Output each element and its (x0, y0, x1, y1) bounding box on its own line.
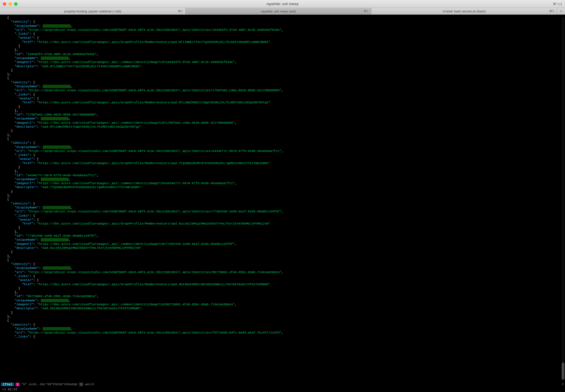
bottom-bar: ri 02:33 (0, 387, 565, 392)
scroll-thumb[interactable] (562, 363, 564, 380)
scroll-track (562, 17, 564, 381)
window-index-1[interactable]: 1 (16, 383, 20, 386)
terminal-content[interactable]: { "identity": { "displayName": xxxxxxxxx… (0, 15, 565, 382)
tab-shortcut: ⌘1 (178, 9, 183, 13)
tab-cf-shell[interactable]: cf-shell: bash secrets.sh (bash) ⌘3 (371, 8, 557, 14)
add-tab-button[interactable]: + (557, 8, 565, 14)
window-title: raywhite: ssh mewy (267, 2, 298, 6)
traffic-lights (3, 2, 18, 6)
window-shortcut: ⌘⌥1 (553, 2, 562, 6)
tab-shortcut: ⌘3 (549, 9, 554, 13)
titlebar[interactable]: raywhite: ssh mewy ⌘⌥1 (0, 0, 565, 8)
tab-property-hunting[interactable]: property-hunting: jupyter notebook (~zsh… (0, 8, 186, 14)
minimize-icon[interactable] (8, 2, 12, 6)
status-right: F (562, 383, 564, 386)
status-left: [ftw] 1 "H" ac66_-66c"6R"P66Sm"666A6QH 2… (1, 383, 94, 386)
maximize-icon[interactable] (14, 2, 18, 6)
tmux-statusbar: [ftw] 1 "H" ac66_-66c"6R"P66Sm"666A6QH 2… (0, 382, 565, 387)
window-2-text: watch (85, 383, 94, 386)
clock: ri 02:33 (2, 388, 17, 391)
terminal-window: raywhite: ssh mewy ⌘⌥1 property-hunting:… (0, 0, 565, 392)
window-index-2[interactable]: 2 (79, 383, 83, 386)
tab-label: cf-shell: bash secrets.sh (bash) (443, 10, 486, 13)
tab-label: raywhite: ssh mewy (ssh) (261, 10, 296, 13)
tab-label: property-hunting: jupyter notebook (~zsh… (64, 10, 121, 13)
tabbar: property-hunting: jupyter notebook (~zsh… (0, 8, 565, 15)
tab-raywhite[interactable]: raywhite: ssh mewy (ssh) ⌘2 (186, 8, 371, 14)
tab-shortcut: ⌘2 (363, 9, 368, 13)
close-icon[interactable] (3, 2, 6, 6)
session-name: [ftw] (1, 383, 14, 386)
window-1-text: "H" ac66_-66c"6R"P66Sm"666A6QH (21, 383, 77, 386)
scrollbar[interactable] (562, 17, 564, 381)
